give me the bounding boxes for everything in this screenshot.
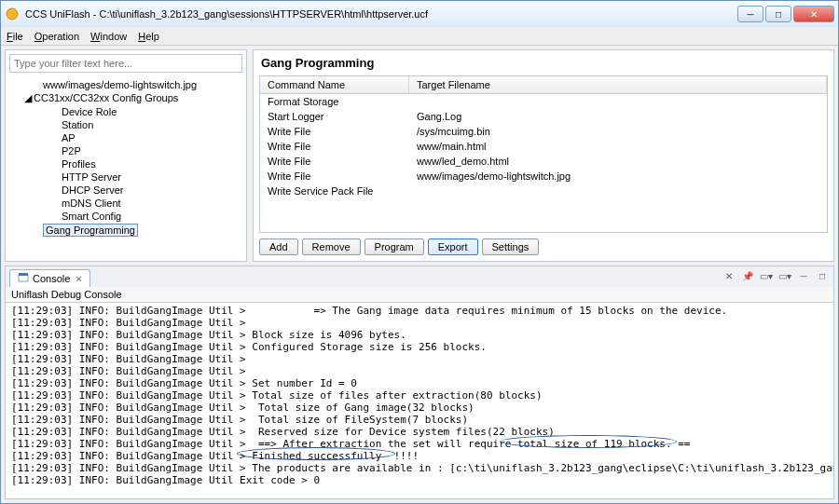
clear-console-icon[interactable]: ✕ [722,268,736,283]
tab-close-icon[interactable]: × [76,273,81,284]
console-icon [18,272,29,285]
cell-command: Write Service Pack File [260,184,409,198]
console-subtitle: Uniflash Debug Console [6,287,833,303]
cell-target: /sys/mcuimg.bin [409,124,827,139]
cell-target: Gang.Log [409,109,827,124]
command-table[interactable]: Command Name Target Filename Format Stor… [259,75,828,233]
tree-item[interactable]: DHCP Server [11,184,244,197]
tree-item-gang[interactable]: Gang Programming [11,223,244,238]
tree-item[interactable]: HTTP Server [11,170,244,184]
console-panel: Console × ✕ 📌 ▭▾ ▭▾ ─ □ Uniflash Debug C… [5,266,834,499]
left-panel: www/images/demo-lightswitch.jpg ◢CC31xx/… [5,49,247,262]
config-tree[interactable]: www/images/demo-lightswitch.jpg ◢CC31xx/… [6,76,246,261]
maximize-button[interactable]: □ [765,6,791,22]
cell-target: www/main.html [409,139,827,154]
console-tab[interactable]: Console × [9,269,90,287]
tree-item[interactable]: mDNS Client [11,197,244,210]
table-row[interactable]: Write Filewww/main.html [260,139,827,154]
display-selected-icon[interactable]: ▭▾ [759,268,774,283]
close-button[interactable]: ✕ [793,6,834,22]
svg-rect-2 [19,273,28,276]
cell-target: www/images/demo-lightswitch.jpg [409,169,827,184]
col-target-filename[interactable]: Target Filename [409,76,827,93]
tree-item[interactable]: AP [11,131,244,144]
cell-command: Write File [260,124,409,139]
console-output[interactable]: [11:29:03] INFO: BuildGangImage Util > =… [6,303,833,498]
svg-point-0 [7,8,18,20]
tree-item[interactable]: Smart Config [11,210,244,223]
cell-target: www/led_demo.html [409,154,827,169]
tree-item[interactable]: P2P [11,144,244,157]
menu-help[interactable]: Help [138,31,159,42]
tree-item[interactable]: Station [11,118,244,131]
program-button[interactable]: Program [364,238,424,255]
menu-window[interactable]: Window [90,31,127,42]
table-row[interactable]: Write Service Pack File [260,184,827,198]
titlebar: CCS UniFlash - C:\ti\uniflash_3.2b123_ga… [1,1,838,27]
minimize-view-icon[interactable]: ─ [796,268,811,283]
app-icon [5,7,20,21]
tree-item[interactable]: Device Role [11,105,244,118]
maximize-view-icon[interactable]: □ [815,268,830,283]
add-button[interactable]: Add [259,238,298,255]
cell-target [409,184,827,198]
open-console-icon[interactable]: ▭▾ [777,268,792,283]
minimize-button[interactable]: ─ [737,6,763,22]
tree-group[interactable]: ◢CC31xx/CC32xx Config Groups [11,91,244,105]
cell-target [409,94,827,109]
panel-title: Gang Programming [254,50,833,75]
cell-command: Format Storage [260,94,409,109]
settings-button[interactable]: Settings [482,238,540,255]
cell-command: Write File [260,169,409,184]
window-title: CCS UniFlash - C:\ti\uniflash_3.2b123_ga… [25,8,737,20]
filter-input[interactable] [9,54,242,73]
menu-operation[interactable]: Operation [34,31,79,42]
table-row[interactable]: Format Storage [260,94,827,109]
cell-command: Write File [260,154,409,169]
console-tab-label: Console [33,273,70,284]
cell-command: Start Logger [260,109,409,124]
table-row[interactable]: Write File/sys/mcuimg.bin [260,124,827,139]
export-button[interactable]: Export [428,238,478,255]
cell-command: Write File [260,139,409,154]
menu-file[interactable]: File [7,31,23,42]
remove-button[interactable]: Remove [302,238,361,255]
col-command-name[interactable]: Command Name [260,76,409,93]
console-toolbar: ✕ 📌 ▭▾ ▭▾ ─ □ [722,268,830,283]
menubar: File Operation Window Help [1,27,838,46]
svg-rect-1 [19,275,28,281]
tree-item[interactable]: www/images/demo-lightswitch.jpg [11,78,244,91]
tree-item[interactable]: Profiles [11,157,244,170]
table-row[interactable]: Start LoggerGang.Log [260,109,827,124]
table-row[interactable]: Write Filewww/led_demo.html [260,154,827,169]
table-row[interactable]: Write Filewww/images/demo-lightswitch.jp… [260,169,827,184]
pin-console-icon[interactable]: 📌 [740,268,755,283]
main-panel: Gang Programming Command Name Target Fil… [253,49,834,262]
